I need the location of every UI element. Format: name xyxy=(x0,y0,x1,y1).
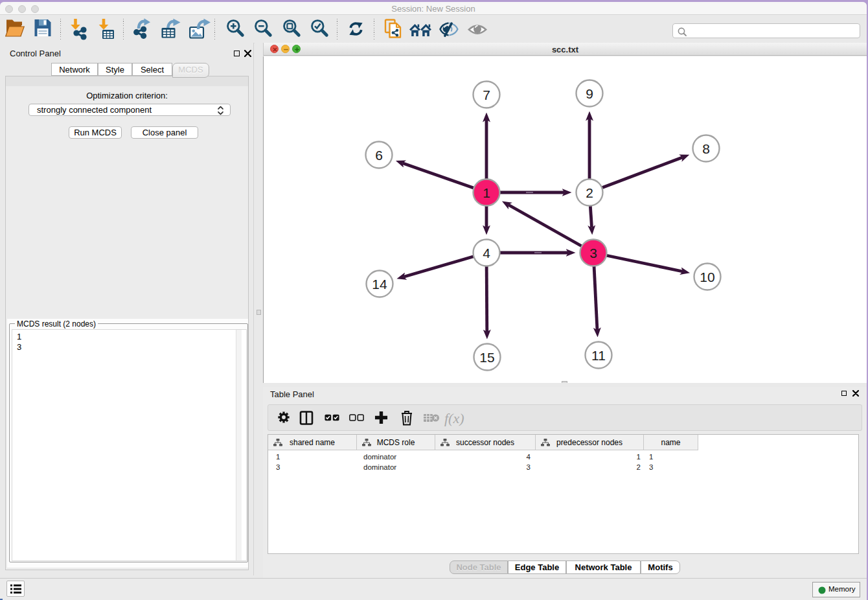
svg-text:7: 7 xyxy=(483,87,490,102)
svg-text:2: 2 xyxy=(586,185,593,200)
svg-text:6: 6 xyxy=(375,148,383,163)
svg-text:9: 9 xyxy=(586,86,593,101)
svg-text:3: 3 xyxy=(589,246,597,260)
svg-text:1: 1 xyxy=(483,185,490,200)
svg-text:14: 14 xyxy=(372,277,387,292)
svg-text:10: 10 xyxy=(700,270,714,284)
svg-text:11: 11 xyxy=(591,348,606,363)
svg-text:15: 15 xyxy=(479,350,494,365)
svg-text:4: 4 xyxy=(483,246,490,260)
svg-text:8: 8 xyxy=(702,141,710,156)
